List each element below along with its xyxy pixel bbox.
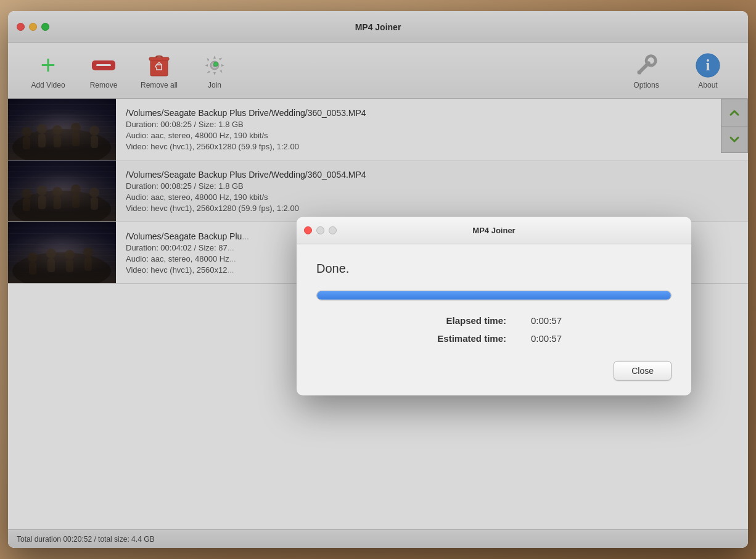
dialog-traffic-lights — [304, 226, 337, 234]
dialog-titlebar: MP4 Joiner — [297, 217, 691, 244]
dialog: MP4 Joiner Done. Elapsed time: 0:00:57 E… — [297, 217, 691, 395]
close-button[interactable]: Close — [614, 361, 672, 381]
progress-bar-fill — [317, 291, 671, 300]
dialog-minimize-button[interactable] — [316, 226, 324, 234]
dialog-maximize-button[interactable] — [329, 226, 337, 234]
estimated-value: 0:00:57 — [531, 333, 580, 344]
modal-overlay: MP4 Joiner Done. Elapsed time: 0:00:57 E… — [8, 11, 748, 548]
estimated-label: Estimated time: — [408, 333, 506, 344]
dialog-body: Done. Elapsed time: 0:00:57 Estimated ti… — [297, 244, 691, 361]
progress-bar-container — [316, 291, 672, 300]
main-window: MP4 Joiner + Add Video Remove — [8, 11, 748, 548]
dialog-title: MP4 Joiner — [472, 226, 515, 235]
dialog-close-button[interactable] — [304, 226, 312, 234]
dialog-footer: Close — [297, 361, 691, 395]
elapsed-label: Elapsed time: — [408, 315, 506, 326]
done-text: Done. — [316, 262, 672, 276]
dialog-times: Elapsed time: 0:00:57 Estimated time: 0:… — [316, 315, 672, 344]
elapsed-time-row: Elapsed time: 0:00:57 — [316, 315, 672, 326]
elapsed-value: 0:00:57 — [531, 315, 580, 326]
estimated-time-row: Estimated time: 0:00:57 — [316, 333, 672, 344]
